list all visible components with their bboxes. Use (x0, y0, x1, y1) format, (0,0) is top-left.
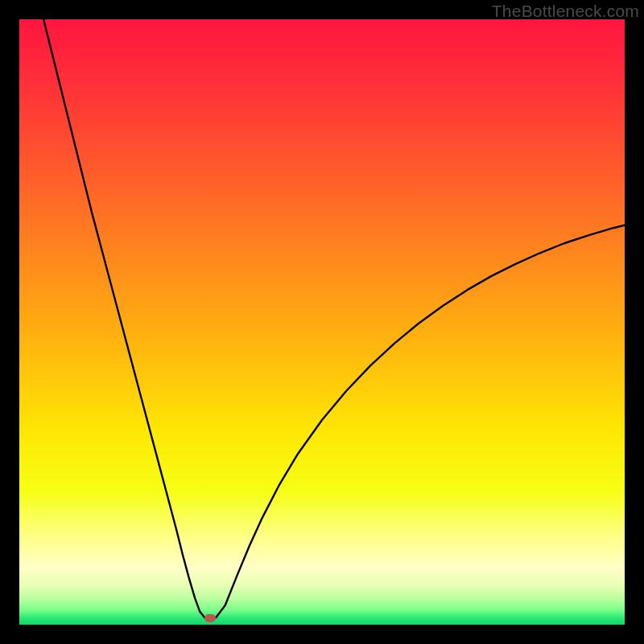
gradient-background (19, 19, 625, 625)
plot-area (19, 19, 625, 625)
optimal-point-marker (204, 614, 216, 622)
chart-svg (19, 19, 625, 625)
chart-frame: TheBottleneck.com (0, 0, 644, 644)
credit-text: TheBottleneck.com (492, 2, 639, 21)
